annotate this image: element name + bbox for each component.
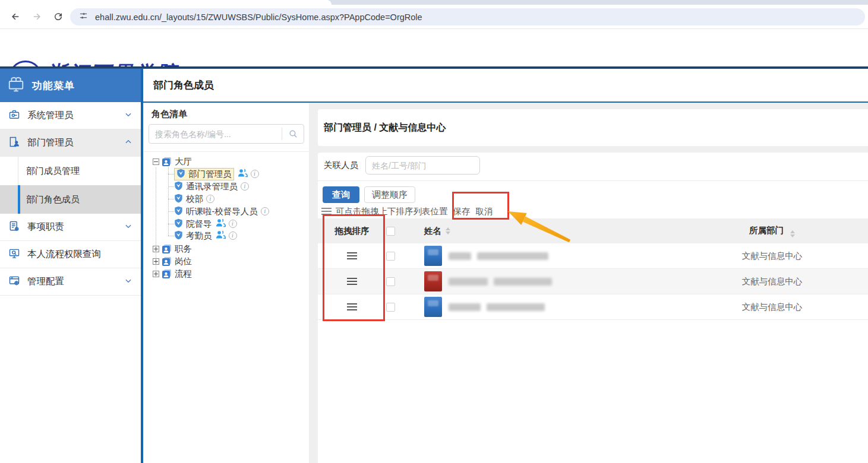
refresh-icon[interactable] (52, 11, 64, 23)
tree-connector (168, 174, 174, 175)
info-icon[interactable]: i (206, 195, 214, 203)
sidebar-item-dept-role-member[interactable]: 部门角色成员 (0, 185, 141, 214)
info-icon[interactable]: i (241, 182, 249, 191)
tree-node-gangwei[interactable]: 岗位 (153, 255, 192, 267)
url-bar[interactable]: ehall.zwu.edu.cn/_layouts/15/ZWUWSBS/Pub… (70, 8, 865, 26)
col-dept-header[interactable]: 所属部门 (648, 225, 868, 237)
info-icon[interactable]: i (229, 232, 237, 240)
select-all-checkbox[interactable] (386, 227, 395, 236)
sidebar-item-admin-config[interactable]: 管理配置 (0, 268, 141, 296)
role-search-input[interactable] (149, 129, 282, 139)
tree-node-dept-admin[interactable]: 部门管理员 i (174, 168, 259, 180)
role-list-title: 角色清单 (151, 109, 187, 120)
tree-node-xiaobu[interactable]: 校部 i (174, 193, 214, 205)
sort-icon[interactable] (446, 227, 450, 234)
sidebar-item-system-admin[interactable]: 系统管理员 (0, 102, 141, 129)
filter-label: 关联人员 (324, 160, 358, 171)
breadcrumb: 部门管理员 / 文献与信息中心 (324, 109, 446, 146)
tree-node-tingkela[interactable]: 听课啦-校督导人员 i (174, 205, 269, 217)
function-menu-icon (7, 75, 25, 96)
shield-icon (174, 181, 183, 192)
people-icon[interactable] (216, 230, 226, 241)
org-card-icon (162, 157, 172, 167)
collapse-icon[interactable] (153, 158, 159, 165)
info-icon[interactable]: i (251, 170, 259, 178)
tree-connector (168, 199, 174, 199)
row-drag-handle[interactable] (347, 303, 357, 310)
role-tree: 大厅 部门管理员 i (143, 151, 309, 463)
redacted-name (449, 252, 471, 260)
door-user-icon (8, 136, 20, 150)
people-icon[interactable] (216, 218, 226, 229)
expand-icon[interactable] (153, 258, 159, 265)
tree-node-contacts-admin[interactable]: 通讯录管理员 i (174, 180, 249, 192)
tree-node-label: 流程 (175, 268, 192, 280)
redacted-detail (487, 303, 545, 311)
save-link[interactable]: 保存 (453, 206, 471, 217)
role-search-box (149, 124, 304, 144)
sort-icon[interactable] (790, 230, 795, 237)
avatar (424, 271, 442, 291)
col-name-header[interactable]: 姓名 (411, 226, 648, 237)
adjust-order-button[interactable]: 调整顺序 (364, 186, 415, 203)
org-card-icon (162, 244, 172, 254)
tree-node-kaoqinyuan[interactable]: 考勤员 i (174, 230, 237, 242)
tree-node-hall[interactable]: 大厅 (153, 156, 192, 167)
row-drag-handle[interactable] (347, 252, 357, 259)
info-icon[interactable]: i (229, 220, 237, 228)
tree-node-zhiwu[interactable]: 职务 (153, 243, 192, 255)
page-title: 部门角色成员 (153, 69, 214, 102)
expand-icon[interactable] (153, 271, 159, 277)
active-tab[interactable] (0, 0, 332, 5)
site-settings-icon[interactable] (79, 11, 88, 23)
avatar (424, 297, 442, 317)
members-card: 关联人员 查询 调整顺序 可点击拖拽上下排序列表位置 保存 取消 拖拽排序 姓名 (318, 153, 868, 463)
url-text: ehall.zwu.edu.cn/_layouts/15/ZWUWSBS/Pub… (95, 12, 422, 22)
info-icon[interactable]: i (261, 207, 269, 215)
search-icon[interactable] (282, 129, 304, 139)
org-card-icon (162, 256, 172, 267)
forward-icon[interactable] (31, 11, 43, 23)
tree-connector (168, 211, 174, 212)
sidebar-item-label: 事项职责 (27, 221, 64, 233)
shield-icon (176, 169, 185, 180)
tree-connector (168, 186, 174, 187)
row-checkbox[interactable] (386, 252, 395, 261)
col-name-label: 姓名 (424, 226, 441, 237)
sidebar-header: 功能菜单 (0, 69, 141, 102)
tree-node-label: 部门管理员 (188, 169, 232, 180)
expand-icon[interactable] (153, 246, 159, 252)
back-icon[interactable] (10, 11, 21, 23)
person-filter-input[interactable] (365, 156, 480, 175)
col-dept-label: 所属部门 (749, 226, 784, 235)
row-checkbox[interactable] (386, 277, 395, 286)
row-checkbox[interactable] (386, 303, 395, 312)
tree-node-label: 岗位 (175, 256, 192, 267)
tree-node-liucheng[interactable]: 流程 (153, 268, 192, 280)
table-row: 文献与信息中心 (318, 243, 868, 269)
sidebar-item-dept-member-mgmt[interactable]: 部门成员管理 (0, 157, 141, 185)
shield-icon (174, 206, 183, 217)
page-title-band: 部门角色成员 (143, 69, 868, 102)
sidebar-item-dept-admin[interactable]: 部门管理员 (0, 129, 141, 157)
sidebar-item-my-process-permission[interactable]: 本人流程权限查询 (0, 241, 141, 268)
cancel-link[interactable]: 取消 (476, 206, 493, 217)
chevron-down-icon (124, 110, 132, 121)
row-drag-handle[interactable] (347, 278, 357, 285)
chevron-up-icon (124, 138, 132, 148)
tree-node-label: 职务 (175, 243, 192, 255)
query-button[interactable]: 查询 (323, 186, 359, 203)
sidebar-item-label: 部门管理员 (27, 137, 74, 149)
screen: ehall.zwu.edu.cn/_layouts/15/ZWUWSBS/Pub… (0, 0, 868, 463)
redacted-name (449, 303, 481, 311)
selected-tree-node[interactable]: 部门管理员 (174, 168, 234, 180)
people-icon[interactable] (238, 169, 248, 179)
table-header: 拖拽排序 姓名 所属部门 (318, 218, 868, 243)
chevron-down-icon (124, 222, 132, 233)
tree-node-label: 听课啦-校督导人员 (186, 206, 258, 217)
drag-icon (321, 208, 332, 215)
sidebar-item-label: 管理配置 (27, 275, 64, 288)
tree-connector (168, 236, 174, 236)
tree-node-yuandudao[interactable]: 院督导 i (174, 218, 237, 230)
sidebar-item-matter-duty[interactable]: 事项职责 (0, 214, 141, 241)
